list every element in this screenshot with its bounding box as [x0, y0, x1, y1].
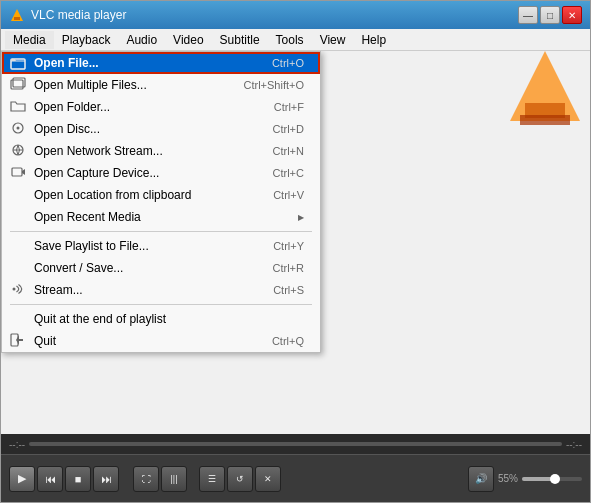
window-title: VLC media player	[31, 8, 126, 22]
save-playlist-item[interactable]: Save Playlist to File... Ctrl+Y	[2, 235, 320, 257]
open-disc-icon	[10, 121, 26, 138]
stream-icon	[10, 282, 26, 299]
timeline-bar: --:-- --:--	[1, 434, 590, 454]
open-network-wrapper: Open Network Stream... Ctrl+N	[2, 140, 320, 162]
open-file-shortcut: Ctrl+O	[272, 57, 304, 69]
vlc-window: VLC media player — □ ✕ Media Playback Au…	[0, 0, 591, 503]
menu-item-media[interactable]: Media	[5, 31, 54, 49]
open-multiple-shortcut: Ctrl+Shift+O	[243, 79, 304, 91]
open-location-item[interactable]: Open Location from clipboard Ctrl+V	[2, 184, 320, 206]
open-capture-wrapper: Open Capture Device... Ctrl+C	[2, 162, 320, 184]
close-button[interactable]: ✕	[562, 6, 582, 24]
quit-playlist-item[interactable]: Quit at the end of playlist	[2, 308, 320, 330]
volume-label: 55%	[498, 473, 518, 484]
view-controls: ⛶ |||	[133, 466, 187, 492]
stop-button[interactable]: ■	[65, 466, 91, 492]
open-network-label: Open Network Stream...	[34, 144, 243, 158]
stream-wrapper: Stream... Ctrl+S	[2, 279, 320, 301]
save-playlist-shortcut: Ctrl+Y	[273, 240, 304, 252]
open-disc-label: Open Disc...	[34, 122, 243, 136]
open-file-icon	[10, 56, 26, 70]
quit-icon	[10, 333, 26, 350]
shuffle-button[interactable]: ✕	[255, 466, 281, 492]
svg-point-9	[17, 126, 20, 129]
open-folder-shortcut: Ctrl+F	[274, 101, 304, 113]
extended-button[interactable]: |||	[161, 466, 187, 492]
open-multiple-item[interactable]: Open Multiple Files... Ctrl+Shift+O	[2, 74, 320, 96]
menu-bar: Media Playback Audio Video Subtitle Tool…	[1, 29, 590, 51]
content-area: Open File... Ctrl+O Open Multiple Files.…	[1, 51, 590, 434]
loop-button[interactable]: ↺	[227, 466, 253, 492]
svg-rect-4	[520, 115, 570, 125]
open-location-shortcut: Ctrl+V	[273, 189, 304, 201]
maximize-button[interactable]: □	[540, 6, 560, 24]
open-file-label: Open File...	[34, 56, 242, 70]
stream-shortcut: Ctrl+S	[273, 284, 304, 296]
open-recent-label: Open Recent Media	[34, 210, 298, 224]
stream-item[interactable]: Stream... Ctrl+S	[2, 279, 320, 301]
quit-wrapper: Quit Ctrl+Q	[2, 330, 320, 352]
playlist-button[interactable]: ☰	[199, 466, 225, 492]
open-network-item[interactable]: Open Network Stream... Ctrl+N	[2, 140, 320, 162]
quit-label: Quit	[34, 334, 242, 348]
controls-bar: ▶ ⏮ ■ ⏭ ⛶ ||| ☰ ↺ ✕ 🔊 55%	[1, 454, 590, 502]
vlc-icon	[9, 7, 25, 23]
open-capture-item[interactable]: Open Capture Device... Ctrl+C	[2, 162, 320, 184]
time-total: --:--	[566, 439, 582, 450]
open-folder-wrapper: Open Folder... Ctrl+F	[2, 96, 320, 118]
menu-item-audio[interactable]: Audio	[118, 31, 165, 49]
title-bar-left: VLC media player	[9, 7, 126, 23]
open-file-item[interactable]: Open File... Ctrl+O	[2, 52, 320, 74]
open-network-icon	[10, 143, 26, 160]
open-disc-item[interactable]: Open Disc... Ctrl+D	[2, 118, 320, 140]
title-buttons: — □ ✕	[518, 6, 582, 24]
separator-2	[10, 304, 312, 305]
open-location-label: Open Location from clipboard	[34, 188, 243, 202]
volume-area: 🔊 55%	[468, 466, 582, 492]
open-multiple-label: Open Multiple Files...	[34, 78, 213, 92]
save-playlist-label: Save Playlist to File...	[34, 239, 243, 253]
quit-item[interactable]: Quit Ctrl+Q	[2, 330, 320, 352]
fullscreen-button[interactable]: ⛶	[133, 466, 159, 492]
menu-item-help[interactable]: Help	[353, 31, 394, 49]
menu-item-playback[interactable]: Playback	[54, 31, 119, 49]
open-multiple-wrapper: Open Multiple Files... Ctrl+Shift+O	[2, 74, 320, 96]
volume-knob	[550, 474, 560, 484]
svg-rect-1	[14, 17, 20, 20]
mute-button[interactable]: 🔊	[468, 466, 494, 492]
convert-save-label: Convert / Save...	[34, 261, 243, 275]
volume-slider[interactable]	[522, 477, 582, 481]
open-capture-label: Open Capture Device...	[34, 166, 243, 180]
title-bar: VLC media player — □ ✕	[1, 1, 590, 29]
playback-controls: ▶ ⏮ ■ ⏭	[9, 466, 119, 492]
svg-rect-11	[12, 168, 22, 176]
open-file-item-wrapper: Open File... Ctrl+O	[2, 52, 320, 74]
convert-save-item[interactable]: Convert / Save... Ctrl+R	[2, 257, 320, 279]
vlc-cone-decoration	[510, 51, 580, 131]
open-disc-shortcut: Ctrl+D	[273, 123, 304, 135]
open-folder-item[interactable]: Open Folder... Ctrl+F	[2, 96, 320, 118]
open-folder-icon	[10, 99, 26, 116]
stream-label: Stream...	[34, 283, 243, 297]
quit-shortcut: Ctrl+Q	[272, 335, 304, 347]
open-disc-wrapper: Open Disc... Ctrl+D	[2, 118, 320, 140]
open-recent-item[interactable]: Open Recent Media	[2, 206, 320, 228]
minimize-button[interactable]: —	[518, 6, 538, 24]
prev-button[interactable]: ⏮	[37, 466, 63, 492]
open-capture-icon	[10, 165, 26, 182]
menu-item-view[interactable]: View	[312, 31, 354, 49]
next-button[interactable]: ⏭	[93, 466, 119, 492]
playlist-controls: ☰ ↺ ✕	[199, 466, 281, 492]
open-capture-shortcut: Ctrl+C	[273, 167, 304, 179]
time-elapsed: --:--	[9, 439, 25, 450]
timeline-track[interactable]	[29, 442, 562, 446]
separator-1	[10, 231, 312, 232]
open-folder-label: Open Folder...	[34, 100, 244, 114]
play-button[interactable]: ▶	[9, 466, 35, 492]
open-network-shortcut: Ctrl+N	[273, 145, 304, 157]
open-multiple-icon	[10, 77, 26, 94]
menu-item-video[interactable]: Video	[165, 31, 211, 49]
menu-item-subtitle[interactable]: Subtitle	[212, 31, 268, 49]
convert-save-shortcut: Ctrl+R	[273, 262, 304, 274]
menu-item-tools[interactable]: Tools	[268, 31, 312, 49]
